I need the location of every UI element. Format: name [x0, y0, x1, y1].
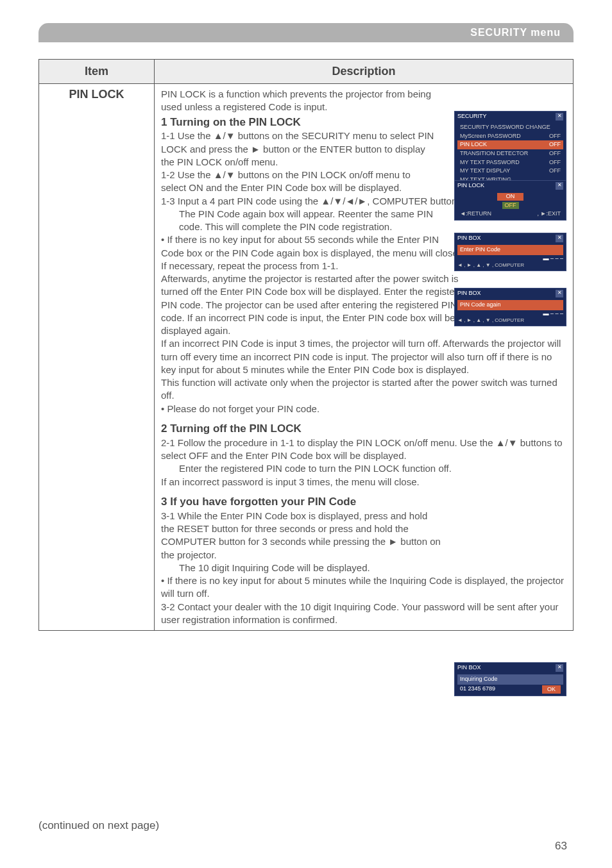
step-3-1b: The 10 digit Inquiring Code will be disp…: [179, 562, 566, 574]
bullet-55sec: • If there is no key input for about 55 …: [161, 233, 463, 272]
osd-pinbox-title: PIN BOX: [457, 235, 481, 242]
description-cell: PIN LOCK is a function which prevents th…: [155, 84, 574, 631]
osd-off: OFF: [502, 202, 519, 210]
osd-pinbox-title: PIN BOX: [457, 664, 481, 672]
osd-val: OFF: [549, 167, 561, 175]
incorrect-password-text: If an incorrect password is input 3 time…: [161, 476, 566, 488]
osd-enter-pin: PIN BOX✕ Enter PIN Code ▬ – – – ◄ , ► , …: [454, 233, 566, 271]
osd-inquiring-label: Inquiring Code: [457, 674, 563, 685]
section3-title: 3 If you have forgotten your PIN Code: [161, 495, 566, 510]
continued-text: (continued on next page): [38, 819, 159, 832]
osd-hint: ◄ , ► , ▲ , ▼ , COMPUTER: [457, 317, 563, 324]
step-1-2: 1-2 Use the ▲/▼ buttons on the PIN LOCK …: [161, 169, 437, 195]
header-title: SECURITY menu: [470, 27, 561, 38]
th-desc: Description: [155, 60, 574, 84]
inquiring-bullet: • If there is no key input for about 5 m…: [161, 574, 566, 601]
step-1-1: 1-1 Use the ▲/▼ buttons on the SECURITY …: [161, 129, 437, 169]
osd-enter-label: Enter PIN Code: [457, 245, 563, 255]
page-number: 63: [555, 840, 567, 853]
osd-footer-l: ◄:RETURN: [460, 210, 491, 218]
osd-security-title: SECURITY: [457, 113, 487, 121]
section2-title: 2 Turning off the PIN LOCK: [161, 422, 566, 437]
main-table: Item Description PIN LOCK PIN LOCK is a …: [38, 59, 574, 631]
osd-pinlock-menu: PIN LOCK✕ ON OFF ◄:RETURN, ►:EXIT: [454, 180, 566, 221]
close-icon: ✕: [556, 182, 563, 190]
dont-forget-bullet: • Please do not forget your PIN code.: [161, 403, 566, 415]
step-3-2: 3-2 Contact your dealer with the 10 digi…: [161, 601, 566, 627]
activate-text: This function will activate only when th…: [161, 376, 566, 403]
osd-val: OFF: [549, 159, 561, 167]
p1-3-followup: The PIN Code again box will appear. Reen…: [179, 208, 455, 234]
osd-row: TRANSITION DETECTOR: [460, 150, 528, 158]
osd-pinbox-title: PIN BOX: [457, 290, 481, 297]
header-bar: SECURITY menu: [38, 23, 574, 42]
osd-row: MyScreen PASSWORD: [460, 133, 521, 140]
osd-footer-r: , ►:EXIT: [538, 210, 561, 218]
osd-on: ON: [497, 193, 524, 201]
osd-row: PIN LOCK: [460, 141, 487, 149]
incorrect-3-text: If an incorrect PIN Code is input 3 time…: [161, 337, 566, 376]
osd-ok: OK: [542, 685, 561, 694]
osd-row: SECURITY PASSWORD CHANGE: [460, 124, 550, 131]
osd-val: OFF: [549, 133, 561, 140]
osd-inquiring-code: 01 2345 6789: [460, 685, 495, 694]
osd-row: MY TEXT PASSWORD: [460, 159, 520, 167]
osd-val: OFF: [549, 141, 561, 149]
step-2-1a: 2-1 Follow the procedure in 1-1 to displ…: [161, 437, 566, 463]
osd-inquiring: PIN BOX✕ Inquiring Code 01 2345 6789OK: [454, 662, 566, 696]
close-icon: ✕: [556, 113, 563, 121]
th-item: Item: [39, 60, 155, 84]
intro-text: PIN LOCK is a function which prevents th…: [161, 88, 437, 114]
osd-row: MY TEXT DISPLAY: [460, 167, 510, 175]
osd-pinlock-title: PIN LOCK: [457, 182, 484, 190]
close-icon: ✕: [556, 290, 563, 297]
osd-pin-again: PIN BOX✕ PIN Code again ▬ – – – ◄ , ► , …: [454, 288, 566, 326]
item-cell: PIN LOCK: [39, 84, 155, 631]
restart-text: Afterwards, anytime the projector is res…: [161, 272, 469, 337]
close-icon: ✕: [556, 235, 563, 242]
osd-again-label: PIN Code again: [457, 300, 563, 310]
close-icon: ✕: [556, 664, 563, 672]
step-2-1b: Enter the registered PIN code to turn th…: [179, 462, 566, 475]
osd-hint: ◄ , ► , ▲ , ▼ , COMPUTER: [457, 262, 563, 269]
step-3-1a: 3-1 While the Enter PIN Code box is disp…: [161, 510, 443, 562]
osd-val: OFF: [549, 150, 561, 158]
